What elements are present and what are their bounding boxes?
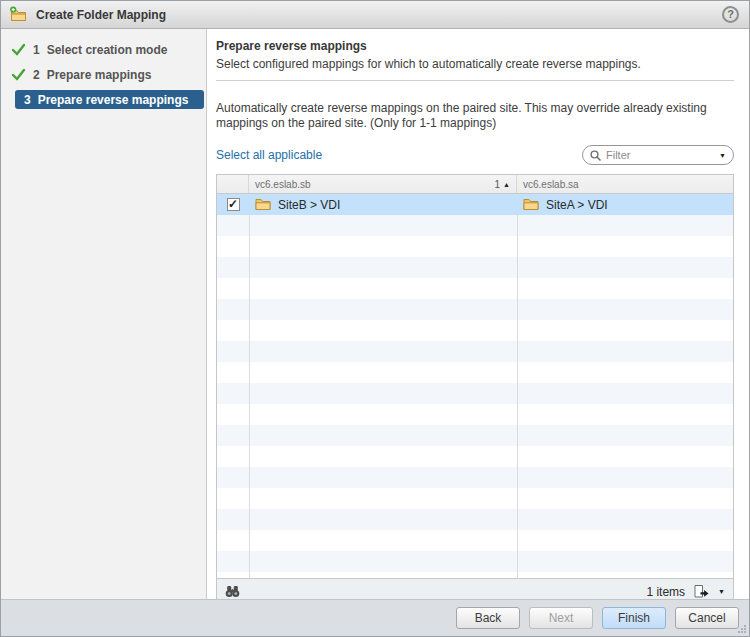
status-right-group: 1 items ▼ <box>646 584 725 599</box>
step-number: 2 <box>33 68 40 82</box>
cancel-button[interactable]: Cancel <box>675 607 739 629</box>
column-divider <box>517 194 518 578</box>
completed-check-icon <box>11 43 27 57</box>
table-header-row: vc6.eslab.sb 1 ▲ vc6.eslab.sa <box>217 175 733 194</box>
table-toolbar: Select all applicable ▼ <box>216 145 734 165</box>
source-folder-path: SiteB > VDI <box>278 198 340 212</box>
sidebar-step-select-creation-mode[interactable]: 1 Select creation mode <box>1 37 206 62</box>
title-bar: Create Folder Mapping ? <box>1 1 749 29</box>
active-step-pill[interactable]: 3 Prepare reverse mappings <box>15 90 204 109</box>
source-cell: SiteB > VDI <box>249 198 517 212</box>
create-folder-mapping-dialog: Create Folder Mapping ? 1 Select creatio… <box>0 0 750 637</box>
filter-box[interactable]: ▼ <box>582 145 734 165</box>
sort-order-number: 1 <box>495 179 501 190</box>
folder-icon <box>523 198 539 211</box>
select-all-applicable-link[interactable]: Select all applicable <box>216 148 322 162</box>
page-subtitle: Select configured mappings for which to … <box>216 57 734 71</box>
items-count: 1 items <box>646 585 685 599</box>
sidebar-step-prepare-reverse-mappings[interactable]: 3 Prepare reverse mappings <box>1 87 206 112</box>
next-button: Next <box>529 607 593 629</box>
checkbox-column-header <box>217 175 249 193</box>
sort-asc-icon: ▲ <box>503 181 510 188</box>
table-row[interactable]: ✓ SiteB > VDI <box>217 194 733 215</box>
completed-check-icon <box>11 68 27 82</box>
resize-grip[interactable] <box>736 623 747 634</box>
source-column-label: vc6.eslab.sb <box>255 179 311 190</box>
back-button[interactable]: Back <box>456 607 520 629</box>
wizard-steps-sidebar: 1 Select creation mode 2 Prepare mapping… <box>1 29 207 599</box>
target-cell: SiteA > VDI <box>517 198 733 212</box>
sidebar-step-prepare-mappings[interactable]: 2 Prepare mappings <box>1 62 206 87</box>
filter-dropdown-caret-icon[interactable]: ▼ <box>715 152 726 159</box>
target-column-header[interactable]: vc6.eslab.sa <box>517 175 733 193</box>
target-column-label: vc6.eslab.sa <box>523 179 579 190</box>
search-icon <box>590 150 601 161</box>
dialog-footer: Back Next Finish Cancel <box>1 599 749 636</box>
export-icon[interactable] <box>693 584 710 599</box>
row-checkbox-cell: ✓ <box>217 198 249 211</box>
source-column-header[interactable]: vc6.eslab.sb 1 ▲ <box>249 175 517 193</box>
export-caret-icon[interactable]: ▼ <box>718 588 725 595</box>
header-divider <box>216 80 734 81</box>
mappings-table: vc6.eslab.sb 1 ▲ vc6.eslab.sa ✓ <box>216 174 734 605</box>
finish-button[interactable]: Finish <box>602 607 666 629</box>
sort-indicator: 1 ▲ <box>495 179 511 190</box>
step-number: 1 <box>33 43 40 57</box>
step-number: 3 <box>24 93 31 107</box>
find-binoculars-icon[interactable] <box>225 585 240 598</box>
filter-input[interactable] <box>606 149 715 161</box>
folder-plus-icon <box>9 6 28 23</box>
step-label: Prepare reverse mappings <box>38 93 189 107</box>
wizard-page-content: Prepare reverse mappings Select configur… <box>207 29 749 599</box>
page-description: Automatically create reverse mappings on… <box>216 101 721 131</box>
help-icon[interactable]: ? <box>722 6 739 23</box>
dialog-title: Create Folder Mapping <box>36 8 166 22</box>
column-divider <box>249 194 250 578</box>
target-folder-path: SiteA > VDI <box>546 198 608 212</box>
row-checkbox[interactable]: ✓ <box>227 198 240 211</box>
folder-icon <box>255 198 271 211</box>
step-label: Prepare mappings <box>47 68 152 82</box>
table-body: ✓ SiteB > VDI <box>217 194 733 578</box>
page-title: Prepare reverse mappings <box>216 39 734 53</box>
step-label: Select creation mode <box>47 43 168 57</box>
